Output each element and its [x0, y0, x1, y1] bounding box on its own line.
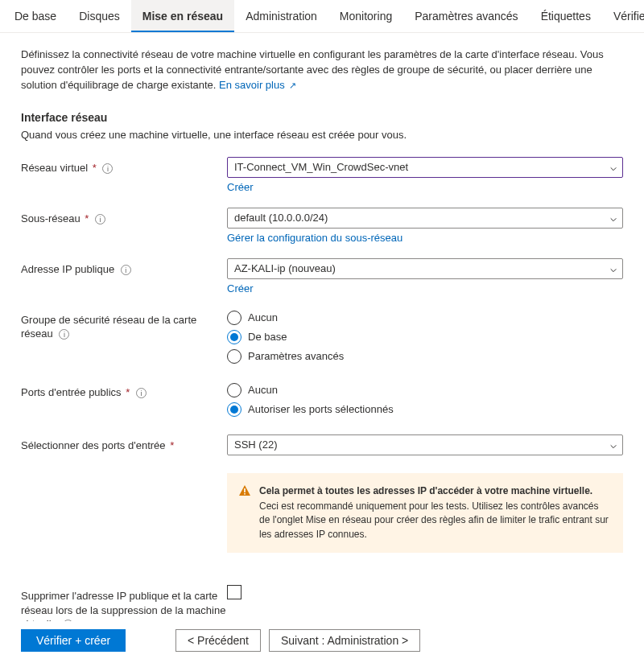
nsg-option-label: Paramètres avancés	[248, 350, 344, 362]
vnet-label: Réseau virtuel * i	[21, 157, 227, 175]
subnet-label: Sous-réseau * i	[21, 208, 227, 226]
footer: Vérifier + créer < Précédent Suivant : A…	[0, 621, 644, 663]
tab-parametres-avances[interactable]: Paramètres avancés	[403, 0, 529, 32]
inbound-ports-label: Ports d'entrée publics * i	[21, 381, 227, 400]
info-icon[interactable]: i	[102, 163, 113, 174]
required-star: *	[170, 439, 174, 451]
vnet-value: IT-Connect_VM_Win_CrowdSec-vnet	[234, 161, 408, 173]
warning-body: Ceci est recommandé uniquement pour les …	[259, 500, 610, 542]
inbound-ports-radio-allow[interactable]: Autoriser les ports sélectionnés	[227, 402, 623, 417]
publicip-value: AZ-KALI-ip (nouveau)	[234, 262, 336, 274]
publicip-create-link[interactable]: Créer	[227, 282, 623, 294]
select-ports-label-text: Sélectionner des ports d'entrée	[21, 439, 166, 451]
inbound-ports-radio-none[interactable]: Aucun	[227, 383, 623, 397]
svg-rect-0	[244, 488, 246, 492]
chevron-down-icon	[609, 163, 617, 171]
info-icon[interactable]: i	[59, 329, 69, 340]
info-icon[interactable]: i	[95, 214, 105, 224]
warning-box: Cela permet à toutes les adresses IP d'a…	[227, 473, 623, 554]
vnet-label-text: Réseau virtuel	[21, 162, 88, 174]
intro-body: Définissez la connectivité réseau de vot…	[21, 48, 604, 91]
chevron-down-icon	[609, 214, 617, 222]
previous-button[interactable]: < Précédent	[175, 629, 261, 652]
vnet-create-link[interactable]: Créer	[227, 181, 623, 193]
publicip-label-text: Adresse IP publique	[21, 263, 114, 275]
tab-administration[interactable]: Administration	[234, 0, 328, 32]
tab-verifier[interactable]: Vérifier +	[602, 0, 644, 32]
info-icon[interactable]: i	[121, 265, 131, 275]
inbound-ports-radio-group: Aucun Autoriser les ports sélectionnés	[227, 381, 623, 417]
external-link-icon: ↗	[289, 80, 296, 90]
learn-more-label: En savoir plus	[219, 79, 285, 91]
select-ports-value: SSH (22)	[234, 439, 277, 451]
nsg-label-text: Groupe de sécurité réseau de la carte ré…	[21, 314, 196, 340]
subnet-select[interactable]: default (10.0.0.0/24)	[227, 208, 623, 229]
learn-more-link[interactable]: En savoir plus ↗	[219, 79, 296, 91]
vnet-select[interactable]: IT-Connect_VM_Win_CrowdSec-vnet	[227, 157, 623, 178]
chevron-down-icon	[609, 265, 617, 273]
inbound-option-label: Autoriser les ports sélectionnés	[248, 403, 394, 415]
publicip-select[interactable]: AZ-KALI-ip (nouveau)	[227, 258, 623, 279]
review-create-button[interactable]: Vérifier + créer	[21, 629, 126, 652]
nsg-radio-basic[interactable]: De base	[227, 330, 623, 344]
section-desc: Quand vous créez une machine virtuelle, …	[21, 129, 623, 141]
tab-monitoring[interactable]: Monitoring	[328, 0, 403, 32]
tab-mise-en-reseau[interactable]: Mise en réseau	[131, 0, 234, 32]
tab-etiquettes[interactable]: Étiquettes	[530, 0, 602, 32]
delete-on-vm-checkbox[interactable]	[227, 585, 242, 599]
subnet-label-text: Sous-réseau	[21, 212, 80, 224]
inbound-option-label: Aucun	[248, 384, 278, 396]
nsg-radio-none[interactable]: Aucun	[227, 311, 623, 325]
publicip-label: Adresse IP publique i	[21, 258, 227, 277]
tabs-bar: De base Disques Mise en réseau Administr…	[0, 0, 644, 33]
subnet-value: default (10.0.0.0/24)	[234, 212, 328, 224]
tab-disques[interactable]: Disques	[68, 0, 131, 32]
warning-icon	[238, 484, 251, 497]
intro-text: Définissez la connectivité réseau de vot…	[21, 47, 623, 93]
warning-title: Cela permet à toutes les adresses IP d'a…	[259, 484, 610, 498]
required-star: *	[85, 212, 89, 224]
select-ports-select[interactable]: SSH (22)	[227, 434, 623, 455]
inbound-ports-label-text: Ports d'entrée publics	[21, 386, 122, 398]
section-title: Interface réseau	[21, 111, 623, 124]
nsg-option-label: Aucun	[248, 311, 278, 323]
select-ports-label: Sélectionner des ports d'entrée *	[21, 434, 227, 453]
required-star: *	[126, 386, 130, 398]
next-button[interactable]: Suivant : Administration >	[269, 629, 420, 652]
nsg-radio-advanced[interactable]: Paramètres avancés	[227, 349, 623, 364]
nsg-radio-group: Aucun De base Paramètres avancés	[227, 309, 623, 364]
subnet-manage-link[interactable]: Gérer la configuration du sous-réseau	[227, 232, 623, 244]
tab-de-base[interactable]: De base	[3, 0, 68, 32]
chevron-down-icon	[609, 441, 617, 449]
required-star: *	[93, 162, 97, 174]
svg-rect-1	[244, 493, 246, 495]
nsg-option-label: De base	[248, 331, 287, 343]
nsg-label: Groupe de sécurité réseau de la carte ré…	[21, 309, 227, 341]
info-icon[interactable]: i	[136, 388, 147, 398]
